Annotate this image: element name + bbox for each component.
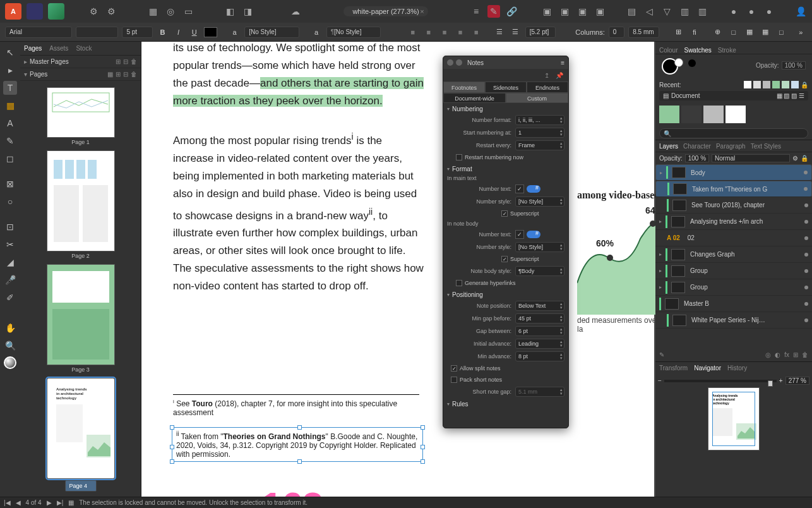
number-format-select[interactable]: i, ii, iii, ...▴▾ xyxy=(515,115,564,125)
layer-row[interactable]: White Paper Series - Nij… xyxy=(655,312,812,329)
layer-row[interactable]: ▸Group xyxy=(655,279,812,296)
layer-row[interactable]: Taken from "Theories on G xyxy=(655,181,812,197)
font-variant-select[interactable] xyxy=(76,27,119,38)
restart-now-checkbox[interactable] xyxy=(456,154,462,160)
first-page-button[interactable]: |◀ xyxy=(4,499,11,506)
opt5-button[interactable]: ▦ xyxy=(743,27,755,38)
cloud2-icon[interactable]: ● xyxy=(745,5,758,18)
prev-page-button[interactable]: ◀ xyxy=(16,499,21,506)
swatch[interactable] xyxy=(659,106,679,123)
tool4-icon[interactable]: ◧ xyxy=(224,5,236,18)
tab-pages[interactable]: Pages xyxy=(24,45,42,52)
navigator-preview[interactable]: Analysing trendsin architecturaltechnolo… xyxy=(708,387,760,451)
cloud-icon[interactable]: ● xyxy=(727,5,740,18)
zoom-tool[interactable]: 🔍 xyxy=(3,339,17,353)
tool2-icon[interactable]: ◎ xyxy=(164,5,177,18)
section-positioning[interactable]: Positioning xyxy=(443,289,568,299)
add-page-icon[interactable]: ⊞ xyxy=(116,71,121,78)
font-family-select[interactable]: Arial xyxy=(5,27,72,38)
lock-icon[interactable]: 🔒 xyxy=(801,82,808,88)
tab-stroke[interactable]: Stroke xyxy=(718,47,736,54)
layer-row[interactable]: A 0202 xyxy=(655,230,812,246)
vector-crop-tool[interactable]: ✂ xyxy=(3,238,17,251)
mask-icon[interactable]: ◎ xyxy=(765,351,771,358)
align-right-button[interactable]: ≡ xyxy=(438,27,450,38)
min-icon[interactable] xyxy=(456,59,462,66)
tab-colour[interactable]: Colour xyxy=(659,47,678,54)
del-page-icon[interactable]: 🗑 xyxy=(131,71,137,78)
page-thumb-4[interactable]: Analysing trendsin architecturaltechnolo… xyxy=(47,378,115,479)
last-page-button[interactable]: ▶| xyxy=(57,499,64,506)
ns-note-select[interactable]: [No Style]▴▾ xyxy=(515,242,564,252)
transparency-tool[interactable]: 🎤 xyxy=(3,273,17,287)
restart-every-select[interactable]: Frame▴▾ xyxy=(515,140,564,150)
tab-sidenotes[interactable]: Sidenotes xyxy=(485,82,527,93)
footnote-2-selected[interactable]: ii Taken from "Theories on Grand Nothing… xyxy=(172,427,423,462)
columns-input[interactable]: 0 xyxy=(609,27,624,38)
crop-tool[interactable]: ⊡ xyxy=(3,220,17,234)
tab-character[interactable]: Character xyxy=(683,143,711,150)
layer-row[interactable]: ▸Body xyxy=(655,164,812,181)
list-ol-button[interactable]: ☰ xyxy=(510,27,522,38)
fill-tool[interactable]: ◢ xyxy=(3,255,17,269)
flip-h-icon[interactable]: ◁ xyxy=(643,5,655,18)
section-rules[interactable]: Rules xyxy=(443,398,568,409)
nt-note-check[interactable]: ✓ xyxy=(515,230,524,239)
del-master-icon[interactable]: 🗑 xyxy=(131,58,137,65)
tab-layers[interactable]: Layers xyxy=(659,143,678,150)
swatch-search[interactable]: 🔍 xyxy=(659,128,808,138)
list-ul-button[interactable]: ☰ xyxy=(493,27,505,38)
pages-header[interactable]: ▾Pages ▦⊞⊟🗑 xyxy=(20,68,141,81)
sup-note-checkbox[interactable]: ✓ xyxy=(501,256,508,262)
swatch-library-select[interactable]: ▤Document▦ ▧ ▨ ☰ xyxy=(659,91,808,100)
nt-main-check[interactable]: ✓ xyxy=(515,184,524,193)
underline-button[interactable]: U xyxy=(188,27,200,38)
align-center-button[interactable]: ≡ xyxy=(422,27,434,38)
persona-designer[interactable] xyxy=(27,3,43,20)
align3-icon[interactable]: ▥ xyxy=(696,5,708,18)
more-icon[interactable]: » xyxy=(795,27,807,38)
layer-row[interactable]: ▸Analysing trends +/in arch xyxy=(655,214,812,230)
tool3-icon[interactable]: ▭ xyxy=(182,5,194,18)
bold-button[interactable]: B xyxy=(157,27,169,38)
column-gap-input[interactable]: 8.5 mm xyxy=(628,27,659,38)
dup-page-icon[interactable]: ⊟ xyxy=(123,71,128,78)
align2-icon[interactable]: ▥ xyxy=(678,5,691,18)
move-tool[interactable]: ↖ xyxy=(3,45,17,59)
swatch[interactable] xyxy=(703,106,724,123)
layer-row[interactable]: See Touro (2018), chapter xyxy=(655,197,812,214)
gear2-icon[interactable]: ⚙ xyxy=(105,5,117,18)
lock-icon[interactable]: 🔒 xyxy=(801,155,808,162)
opt6-button[interactable]: ▦ xyxy=(760,27,772,38)
opt7-button[interactable]: □ xyxy=(775,27,787,38)
pin-icon[interactable]: 📌 xyxy=(556,72,563,79)
italic-button[interactable]: I xyxy=(172,27,184,38)
fx-icon[interactable]: fx xyxy=(784,351,789,358)
note-position-select[interactable]: Below Text▴▾ xyxy=(515,301,564,311)
recent-swatch[interactable] xyxy=(744,81,751,88)
frame-text-tool[interactable]: T xyxy=(3,81,17,95)
tab-paragraph[interactable]: Paragraph xyxy=(716,143,746,150)
layer-row[interactable]: ▸Changes Graph xyxy=(655,246,812,263)
nt-note-text[interactable] xyxy=(527,231,540,238)
swatch[interactable] xyxy=(681,106,702,123)
swatch[interactable] xyxy=(725,106,746,123)
account-icon[interactable]: 👤 xyxy=(794,5,807,18)
tab-navigator[interactable]: Navigator xyxy=(694,365,721,372)
dup-master-icon[interactable]: ⊟ xyxy=(123,58,128,65)
grp4-icon[interactable]: ▣ xyxy=(594,5,606,18)
baseline-icon[interactable]: ≡ xyxy=(470,5,482,18)
tab-endnotes[interactable]: Endnotes xyxy=(527,82,568,93)
adjust-icon[interactable]: ◐ xyxy=(775,351,780,358)
blend-mode[interactable]: Normal xyxy=(712,154,790,162)
page-thumb-1[interactable] xyxy=(47,87,115,138)
line-height-select[interactable]: [5.2 pt] xyxy=(525,27,556,38)
page-4-label[interactable]: Page 4 xyxy=(65,480,97,492)
min-advance-input[interactable]: 8 pt▴▾ xyxy=(515,351,564,361)
recent-swatch[interactable] xyxy=(753,81,761,88)
canvas[interactable]: its use of technology. We spotlight some… xyxy=(141,42,655,497)
node-tool[interactable]: ▸ xyxy=(3,63,17,77)
fill-stroke-swatch[interactable]: Opacity:100 % xyxy=(659,58,808,76)
notes-header[interactable]: Notes ≡ xyxy=(443,56,568,69)
opt4-button[interactable]: □ xyxy=(727,27,739,38)
